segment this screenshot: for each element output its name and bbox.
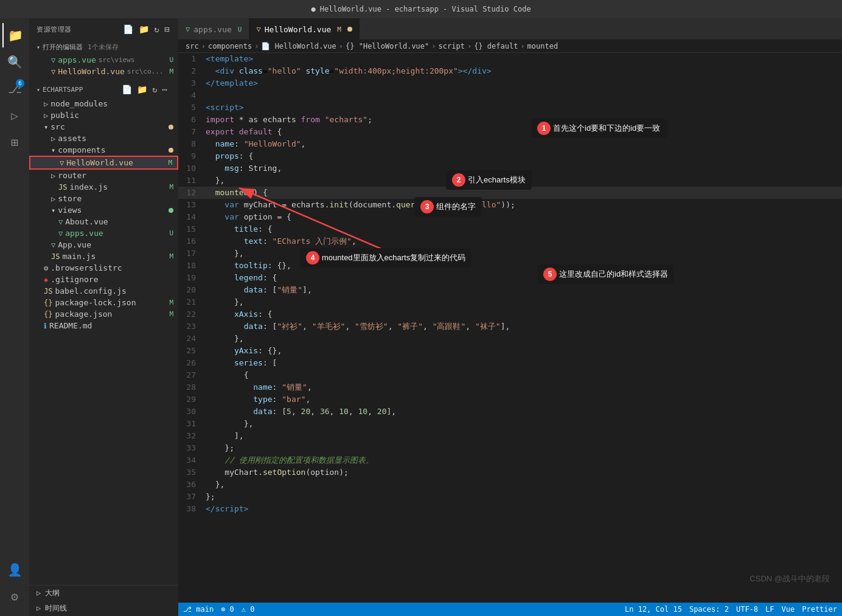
- code-line-31: 31 },: [178, 418, 842, 430]
- activity-icon-explorer[interactable]: 📁: [2, 23, 27, 47]
- open-editors-section[interactable]: ▾ 打开的编辑器 1个未保存: [29, 40, 178, 54]
- tree-babel-config[interactable]: JS babel.config.js: [29, 285, 178, 297]
- code-line-27: 27 {: [178, 369, 842, 381]
- tree-app-vue[interactable]: ▽ App.vue: [29, 239, 178, 251]
- code-line-32: 32 ],: [178, 430, 842, 442]
- activity-icon-extensions[interactable]: ⊞: [2, 130, 27, 154]
- activity-icon-account[interactable]: 👤: [2, 558, 27, 582]
- formatter[interactable]: Prettier: [802, 605, 837, 614]
- more-proj-icon[interactable]: ⋯: [161, 83, 169, 95]
- cursor-position[interactable]: Ln 12, Col 15: [625, 605, 682, 614]
- new-folder-icon[interactable]: 📁: [137, 23, 151, 35]
- encoding[interactable]: UTF-8: [736, 605, 758, 614]
- tree-package-json[interactable]: {} package.json M: [29, 308, 178, 320]
- refresh-icon[interactable]: ↻: [153, 23, 161, 35]
- code-line-12: 12 mounted() {: [178, 187, 842, 199]
- project-section[interactable]: ▾ ECHARTSAPP 📄 📁 ↻ ⋯: [29, 81, 178, 98]
- code-line-13: 13 var myChart = echarts.init(document.q…: [178, 199, 842, 211]
- open-file-apps-vue[interactable]: ▽ apps.vue src\views U: [29, 54, 178, 66]
- code-line-1: 1<template>: [178, 53, 842, 65]
- collapse-icon[interactable]: ⊟: [163, 23, 171, 35]
- tab-apps-vue[interactable]: ▽ apps.vue U: [178, 18, 249, 40]
- code-line-37: 37};: [178, 491, 842, 503]
- code-line-2: 2 <div class="hello" style="width:400px;…: [178, 65, 842, 77]
- activity-bar: 📁 🔍 ⎇ 6 ▷ ⊞ 👤 ⚙: [0, 18, 29, 616]
- activity-icon-debug[interactable]: ▷: [2, 103, 27, 128]
- refresh-proj-icon[interactable]: ↻: [151, 83, 158, 95]
- tab-helloworld-vue[interactable]: ▽ HelloWorld.vue M: [249, 18, 359, 40]
- code-line-16: 16 text: "ECharts 入门示例",: [178, 235, 842, 247]
- code-line-34: 34 // 使用刚指定的配置项和数据显示图表。: [178, 454, 842, 466]
- code-line-7: 7export default {: [178, 126, 842, 138]
- tree-readme[interactable]: ℹ README.md: [29, 320, 178, 331]
- code-line-19: 19 legend: {: [178, 272, 842, 284]
- errors-count[interactable]: ⊗ 0: [221, 605, 234, 614]
- code-line-38: 38</script>: [178, 503, 842, 515]
- code-line-23: 23 data: ["衬衫", "羊毛衫", "雪纺衫", "裤子", "高跟鞋…: [178, 320, 842, 333]
- code-line-6: 6import * as echarts from "echarts";: [178, 114, 842, 126]
- tree-browserslistrc[interactable]: ⚙ .browserslistrc: [29, 262, 178, 274]
- sidebar-header: 资源管理器 📄 📁 ↻ ⊟: [29, 18, 178, 40]
- editor-area: ▽ apps.vue U ▽ HelloWorld.vue M src › co…: [178, 18, 842, 616]
- code-line-25: 25 yAxis: {},: [178, 345, 842, 357]
- code-line-4: 4: [178, 89, 842, 102]
- tree-assets[interactable]: ▷ assets: [29, 133, 178, 144]
- code-line-35: 35 myChart.setOption(option);: [178, 466, 842, 479]
- code-line-22: 22 xAxis: {: [178, 308, 842, 320]
- tree-gitignore[interactable]: ◈ .gitignore: [29, 274, 178, 285]
- line-ending[interactable]: LF: [765, 605, 774, 614]
- tree-router[interactable]: ▷ router: [29, 170, 178, 181]
- activity-icon-search[interactable]: 🔍: [2, 50, 27, 74]
- tree-src[interactable]: ▾ src: [29, 121, 178, 133]
- code-editor[interactable]: 1<template>2 <div class="hello" style="w…: [178, 53, 842, 603]
- new-folder-proj-icon[interactable]: 📁: [136, 83, 148, 95]
- timeline-button[interactable]: ▷ 时间线: [37, 603, 67, 614]
- csdn-watermark: CSDN @战斗中的老段: [750, 573, 830, 584]
- code-line-24: 24 },: [178, 333, 842, 345]
- tree-apps-vue[interactable]: ▽ apps.vue U: [29, 227, 178, 239]
- sidebar: 资源管理器 📄 📁 ↻ ⊟ ▾ 打开的编辑器 1个未保存 ▽ apps.vue …: [29, 18, 178, 616]
- code-line-5: 5<script>: [178, 102, 842, 114]
- tree-store[interactable]: ▷ store: [29, 193, 178, 204]
- code-line-9: 9 props: {: [178, 150, 842, 162]
- open-file-helloworld[interactable]: ▽ HelloWorld.vue src\co... M: [29, 66, 178, 77]
- code-line-11: 11 },: [178, 175, 842, 187]
- code-line-17: 17 },: [178, 247, 842, 260]
- git-branch[interactable]: ⎇ main: [183, 605, 214, 614]
- code-line-30: 30 data: [5, 20, 36, 10, 10, 20],: [178, 406, 842, 418]
- code-line-28: 28 name: "销量",: [178, 381, 842, 393]
- outline-button[interactable]: ▷ 大纲: [37, 588, 60, 598]
- spaces-indicator[interactable]: Spaces: 2: [689, 605, 729, 614]
- new-file-icon[interactable]: 📄: [122, 23, 135, 35]
- code-line-33: 33 };: [178, 442, 842, 454]
- tree-about-vue[interactable]: ▽ About.vue: [29, 216, 178, 227]
- language-mode[interactable]: Vue: [782, 605, 795, 614]
- tree-views[interactable]: ▾ views: [29, 204, 178, 216]
- tree-public[interactable]: ▷ public: [29, 109, 178, 121]
- warnings-count[interactable]: ⚠ 0: [242, 605, 255, 614]
- tree-index-js[interactable]: JS index.js M: [29, 181, 178, 193]
- code-line-26: 26 series: [: [178, 357, 842, 369]
- tree-main-js[interactable]: JS main.js M: [29, 251, 178, 262]
- code-line-10: 10 msg: String,: [178, 162, 842, 175]
- status-bar: ⎇ main ⊗ 0 ⚠ 0 Ln 12, Col 15 Spaces: 2 U…: [178, 603, 842, 616]
- code-line-21: 21 },: [178, 296, 842, 308]
- code-line-36: 36 },: [178, 479, 842, 491]
- tree-node-modules[interactable]: ▷ node_modules: [29, 98, 178, 109]
- code-line-29: 29 type: "bar",: [178, 393, 842, 406]
- tree-helloworld-file[interactable]: ▽ HelloWorld.vue M: [29, 156, 178, 170]
- code-line-3: 3</template>: [178, 77, 842, 89]
- code-line-14: 14 var option = {: [178, 211, 842, 223]
- code-line-8: 8 name: "HelloWorld",: [178, 138, 842, 150]
- new-file-proj-icon[interactable]: 📄: [120, 83, 133, 95]
- activity-icon-settings[interactable]: ⚙: [2, 584, 27, 609]
- code-line-15: 15 title: {: [178, 223, 842, 235]
- tab-bar: ▽ apps.vue U ▽ HelloWorld.vue M: [178, 18, 842, 40]
- titlebar: ● HelloWorld.vue - echartsapp - Visual S…: [0, 0, 842, 18]
- activity-icon-git[interactable]: ⎇ 6: [2, 77, 27, 101]
- breadcrumb: src › components › 📄 HelloWorld.vue › {}…: [178, 40, 842, 53]
- code-line-18: 18 tooltip: {},: [178, 260, 842, 272]
- tree-components[interactable]: ▾ components: [29, 144, 178, 156]
- code-line-20: 20 data: ["销量"],: [178, 284, 842, 296]
- tree-package-lock[interactable]: {} package-lock.json M: [29, 297, 178, 308]
